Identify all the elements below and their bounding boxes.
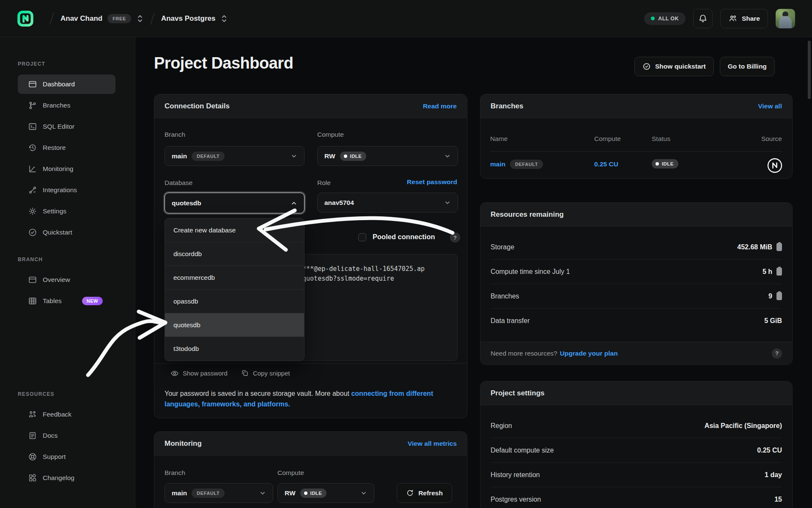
sidebar-item-integrations[interactable]: Integrations <box>18 180 115 200</box>
breadcrumb-separator <box>150 12 154 25</box>
chevron-down-icon <box>360 490 367 497</box>
go-to-billing-button[interactable]: Go to Billing <box>720 57 775 76</box>
pooled-connection-checkbox[interactable] <box>358 233 366 241</box>
refresh-icon <box>406 489 414 497</box>
compute-label: Compute <box>317 131 344 138</box>
monitoring-compute-select[interactable]: RW IDLE <box>277 483 374 503</box>
setting-value: 0.25 CU <box>757 447 782 454</box>
sidebar-item-docs[interactable]: Docs <box>18 426 115 445</box>
branch-compute-link[interactable]: 0.25 CU <box>594 160 618 168</box>
notifications-button[interactable] <box>693 9 713 28</box>
sidebar: PROJECT Dashboard Branches SQL Editor Re… <box>0 37 135 508</box>
sidebar-item-changelog[interactable]: Changelog <box>18 468 115 488</box>
idle-dot-icon <box>304 491 307 495</box>
compute-select[interactable]: RW IDLE <box>317 146 458 166</box>
dropdown-option-quotesdb[interactable]: quotesdb <box>165 313 304 337</box>
sidebar-item-overview[interactable]: Overview <box>18 270 115 290</box>
dropdown-option-t3tododb[interactable]: t3tododb <box>165 337 304 361</box>
show-password-button[interactable]: Show password <box>170 369 228 378</box>
breadcrumb-separator <box>49 12 54 25</box>
project-name[interactable]: Anavs Postgres <box>161 14 216 23</box>
show-quickstart-button[interactable]: Show quickstart <box>634 57 714 76</box>
copy-snippet-button[interactable]: Copy snippet <box>241 369 290 377</box>
feedback-icon <box>28 410 37 419</box>
gauge-icon <box>776 292 782 300</box>
default-badge: DEFAULT <box>192 489 225 498</box>
topbar: Anav Chand FREE Anavs Postgres ALL OK <box>0 0 812 37</box>
sidebar-item-label: Overview <box>43 276 70 284</box>
share-button[interactable]: Share <box>720 9 768 28</box>
connection-details-card: Connection Details Read more Branch main… <box>154 94 467 418</box>
chevron-up-icon <box>291 200 297 207</box>
sidebar-section-project: PROJECT <box>18 61 115 69</box>
role-select[interactable]: anav5704 <box>317 193 458 213</box>
user-avatar[interactable] <box>776 9 795 28</box>
sidebar-item-dashboard[interactable]: Dashboard <box>18 75 115 94</box>
branch-name-link[interactable]: main <box>490 160 505 168</box>
sidebar-item-label: Changelog <box>43 474 74 482</box>
compute-status: IDLE <box>350 154 362 159</box>
pooled-help-icon[interactable]: ? <box>450 232 460 243</box>
sidebar-item-settings[interactable]: Settings <box>18 202 115 221</box>
dropdown-option-discorddb[interactable]: discorddb <box>165 242 304 266</box>
sidebar-item-support[interactable]: Support <box>18 447 115 467</box>
org-name[interactable]: Anav Chand <box>60 14 102 23</box>
view-all-metrics-link[interactable]: View all metrics <box>408 440 457 447</box>
org-switcher-icon[interactable] <box>136 14 144 23</box>
resource-label: Compute time since July 1 <box>491 268 570 276</box>
eye-icon <box>170 369 179 378</box>
password-note-text: Your password is saved in a secure stora… <box>165 390 351 397</box>
resources-help-icon[interactable]: ? <box>772 348 782 359</box>
sidebar-item-label: Monitoring <box>43 165 73 173</box>
branch-value: main <box>172 489 187 497</box>
branch-select[interactable]: main DEFAULT <box>165 146 304 166</box>
database-select[interactable]: quotesdb <box>165 193 304 213</box>
sidebar-section-resources: RESOURCES <box>18 391 115 400</box>
snippet-line-2: /quotesdb?sslmode=require <box>299 275 394 282</box>
sidebar-item-sql-editor[interactable]: SQL Editor <box>18 117 115 136</box>
refresh-button[interactable]: Refresh <box>397 483 452 503</box>
sidebar-item-branches[interactable]: Branches <box>18 96 115 115</box>
status-badge-label: ALL OK <box>658 16 679 22</box>
project-switcher-icon[interactable] <box>220 14 228 23</box>
sidebar-item-restore[interactable]: Restore <box>18 138 115 157</box>
setting-value: Asia Pacific (Singapore) <box>705 422 782 430</box>
dropdown-option-create-new-database[interactable]: Create new database <box>165 218 304 242</box>
sidebar-item-tables[interactable]: Tables NEW <box>18 291 115 311</box>
chevron-down-icon <box>444 153 451 160</box>
show-password-label: Show password <box>183 370 228 377</box>
setting-label: Region <box>491 422 512 430</box>
status-badge[interactable]: ALL OK <box>644 12 686 25</box>
sidebar-item-quickstart[interactable]: Quickstart <box>18 223 115 242</box>
branch-table-row[interactable]: main DEFAULT 0.25 CU IDLE <box>480 154 792 177</box>
dropdown-option-ecommercedb[interactable]: ecommercedb <box>165 266 304 290</box>
col-name: Name <box>490 135 508 143</box>
restore-icon <box>28 143 37 152</box>
project-settings-card: Project settings Region Asia Pacific (Si… <box>480 381 793 508</box>
gauge-icon <box>776 243 782 251</box>
sidebar-section-branch: BRANCH <box>18 257 115 265</box>
resource-row-compute-time: Compute time since July 1 5 h <box>480 260 792 284</box>
read-more-link[interactable]: Read more <box>423 102 457 110</box>
neon-logo-icon[interactable] <box>17 10 34 27</box>
branch-status: IDLE <box>662 161 674 166</box>
monitoring-branch-select[interactable]: main DEFAULT <box>165 483 273 503</box>
dropdown-option-opassdb[interactable]: opassdb <box>165 290 304 313</box>
changelog-icon <box>28 473 37 483</box>
people-icon <box>728 14 738 23</box>
sidebar-item-monitoring[interactable]: Monitoring <box>18 159 115 179</box>
reset-password-link[interactable]: Reset password <box>407 178 457 186</box>
upgrade-plan-link[interactable]: Upgrade your plan <box>560 350 618 357</box>
go-to-billing-label: Go to Billing <box>728 63 767 70</box>
setting-row-history-retention: History retention 1 day <box>480 463 792 487</box>
sidebar-item-label: Restore <box>43 144 66 152</box>
sidebar-item-label: Integrations <box>43 186 77 194</box>
view-all-branches-link[interactable]: View all <box>758 102 782 110</box>
compute-value: RW <box>324 152 335 160</box>
sidebar-item-feedback[interactable]: Feedback <box>18 405 115 424</box>
setting-label: History retention <box>491 471 540 479</box>
database-dropdown: Create new database discorddb ecommerced… <box>165 218 304 361</box>
copy-snippet-label: Copy snippet <box>253 370 290 377</box>
support-icon <box>28 452 37 461</box>
scrollbar-thumb[interactable] <box>808 41 811 99</box>
